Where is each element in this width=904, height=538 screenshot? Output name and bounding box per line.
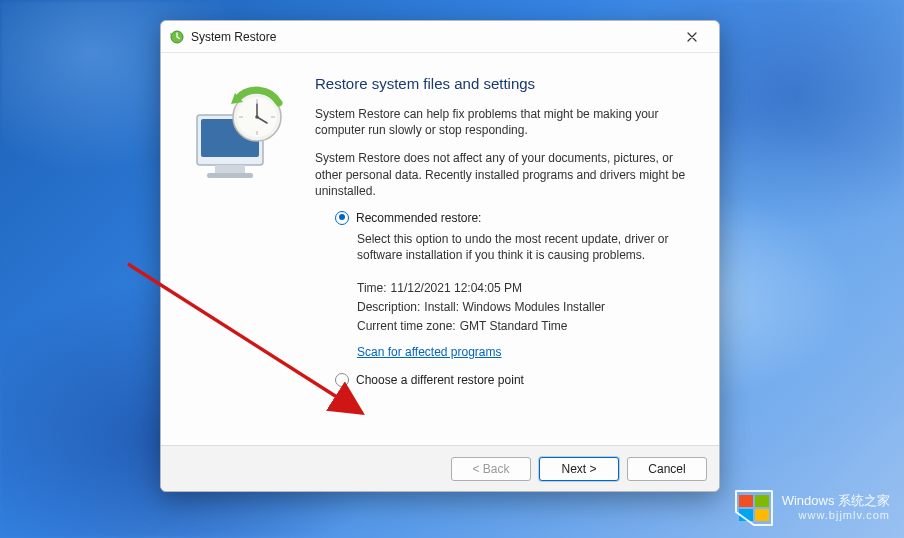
svg-point-13	[255, 115, 259, 119]
radio-checked-icon	[335, 211, 349, 225]
intro-paragraph-1: System Restore can help fix problems tha…	[315, 106, 699, 138]
intro-paragraph-2: System Restore does not affect any of yo…	[315, 150, 699, 199]
scan-affected-programs-link[interactable]: Scan for affected programs	[357, 345, 502, 359]
different-restore-point-option[interactable]: Choose a different restore point	[335, 373, 699, 387]
svg-rect-18	[755, 509, 769, 521]
watermark-text: Windows 系统之家 www.bjjmlv.com	[782, 493, 890, 523]
svg-rect-16	[755, 495, 769, 507]
detail-timezone: Current time zone: GMT Standard Time	[357, 317, 699, 336]
restore-options: Recommended restore: Select this option …	[335, 211, 699, 387]
watermark-line2: www.bjjmlv.com	[782, 509, 890, 523]
windows-logo-icon	[734, 488, 774, 528]
main-pane: Restore system files and settings System…	[305, 69, 699, 439]
time-label: Time:	[357, 279, 387, 298]
svg-rect-3	[215, 165, 245, 173]
description-value: Install: Windows Modules Installer	[424, 298, 605, 317]
watermark: Windows 系统之家 www.bjjmlv.com	[734, 488, 890, 528]
dialog-content: Restore system files and settings System…	[161, 53, 719, 445]
time-value: 11/12/2021 12:04:05 PM	[391, 279, 522, 298]
dialog-footer: < Back Next > Cancel	[161, 445, 719, 491]
window-title: System Restore	[191, 30, 673, 44]
system-restore-dialog: System Restore	[160, 20, 720, 492]
detail-description: Description: Install: Windows Modules In…	[357, 298, 699, 317]
svg-rect-15	[739, 495, 753, 507]
different-restore-label: Choose a different restore point	[356, 373, 524, 387]
detail-time: Time: 11/12/2021 12:04:05 PM	[357, 279, 699, 298]
recommended-restore-option[interactable]: Recommended restore:	[335, 211, 699, 225]
dialog-heading: Restore system files and settings	[315, 75, 699, 92]
next-button[interactable]: Next >	[539, 457, 619, 481]
close-button[interactable]	[673, 23, 711, 51]
graphic-pane	[175, 69, 305, 439]
titlebar: System Restore	[161, 21, 719, 53]
timezone-label: Current time zone:	[357, 317, 456, 336]
cancel-button[interactable]: Cancel	[627, 457, 707, 481]
watermark-line1: Windows 系统之家	[782, 493, 890, 509]
recommended-restore-label: Recommended restore:	[356, 211, 481, 225]
back-button[interactable]: < Back	[451, 457, 531, 481]
restore-graphic-icon	[185, 81, 295, 191]
recommended-restore-description: Select this option to undo the most rece…	[357, 231, 699, 263]
radio-unchecked-icon	[335, 373, 349, 387]
svg-rect-4	[207, 173, 253, 178]
timezone-value: GMT Standard Time	[460, 317, 568, 336]
description-label: Description:	[357, 298, 420, 317]
system-restore-icon	[169, 29, 185, 45]
restore-point-details: Time: 11/12/2021 12:04:05 PM Description…	[357, 279, 699, 335]
